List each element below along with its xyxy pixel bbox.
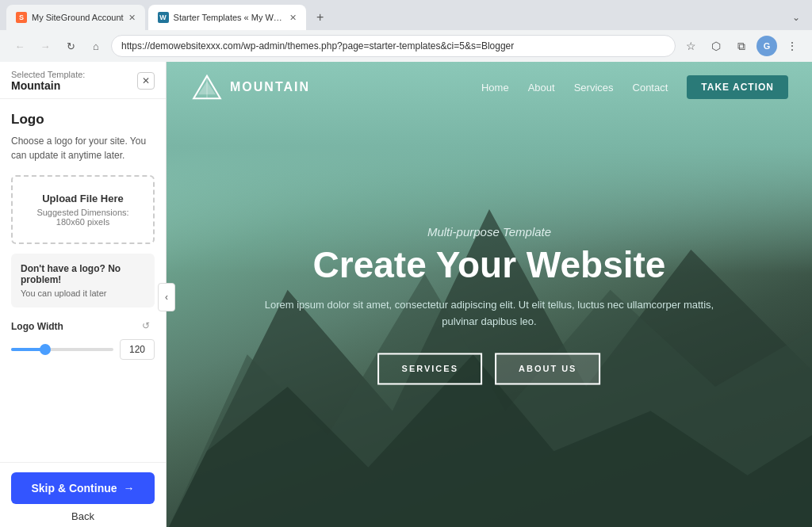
multiwindow-button[interactable]: ⧉ [731, 36, 752, 56]
upload-title: Upload File Here [25, 193, 140, 204]
template-label: Selected Template: [11, 70, 85, 79]
profile-initial: G [764, 41, 771, 51]
no-logo-box: Don't have a logo? No problem! You can u… [11, 254, 155, 307]
tab-overflow-button[interactable]: ⌄ [787, 8, 806, 27]
address-text: https://demowebsitexxx.com/wp-admin/them… [121, 40, 514, 52]
logo-width-reset-icon[interactable]: ↺ [142, 320, 155, 333]
template-info: Selected Template: Mountain [11, 70, 85, 92]
skip-continue-button[interactable]: Skip & Continue → [11, 472, 155, 504]
nav-link-contact[interactable]: Contact [633, 82, 668, 94]
skip-arrow-icon: → [124, 482, 135, 495]
site-logo-text: MOUNTAIN [230, 80, 310, 94]
site-nav: MOUNTAIN Home About Services Contact TAK… [167, 62, 812, 113]
logo-description: Choose a logo for your site. You can upd… [11, 134, 155, 162]
logo-width-section: Logo Width ↺ [11, 320, 155, 360]
profile-button[interactable]: G [756, 36, 777, 56]
share-button[interactable]: ⬡ [706, 36, 726, 56]
slider-fill [11, 348, 42, 351]
preview-area: MOUNTAIN Home About Services Contact TAK… [167, 62, 812, 527]
site-nav-links: Home About Services Contact TAKE ACTION [481, 75, 788, 99]
browser-window: S My SiteGround Account ✕ W Starter Temp… [0, 0, 812, 62]
skip-label: Skip & Continue [31, 482, 117, 495]
no-logo-sub: You can upload it later [21, 288, 145, 298]
slider-thumb[interactable] [40, 344, 51, 355]
tab-favicon-wordpress: W [158, 12, 169, 23]
tab-wordpress[interactable]: W Starter Templates « My Word… ✕ [148, 5, 306, 30]
tab-siteground[interactable]: S My SiteGround Account ✕ [6, 5, 145, 30]
back-button[interactable]: ← [10, 36, 30, 56]
sidebar-collapse-button[interactable]: ‹ [158, 283, 175, 311]
logo-width-header: Logo Width ↺ [11, 320, 155, 333]
logo-width-label: Logo Width [11, 321, 63, 332]
refresh-button[interactable]: ↻ [60, 36, 81, 56]
services-button[interactable]: SERVICES [378, 353, 482, 384]
about-us-button[interactable]: ABOUT US [495, 353, 600, 384]
nav-link-services[interactable]: Services [574, 82, 614, 94]
upload-hint: Suggested Dimensions: 180x60 pixels [25, 208, 140, 227]
address-bar[interactable]: https://demowebsitexxx.com/wp-admin/them… [111, 35, 676, 57]
hero-buttons: SERVICES ABOUT US [263, 353, 715, 384]
sidebar-panel: Selected Template: Mountain ✕ Logo Choos… [0, 62, 167, 527]
tab-close-siteground[interactable]: ✕ [128, 13, 136, 23]
site-logo-icon [190, 74, 224, 100]
bookmark-button[interactable]: ☆ [680, 36, 701, 56]
logo-width-slider-row [11, 339, 155, 360]
main-layout: Selected Template: Mountain ✕ Logo Choos… [0, 62, 812, 527]
nav-link-about[interactable]: About [528, 82, 555, 94]
site-hero: Multi-purpose Template Create Your Websi… [263, 225, 715, 384]
forward-button[interactable]: → [35, 36, 56, 56]
site-logo: MOUNTAIN [190, 74, 310, 100]
no-logo-title: Don't have a logo? No problem! [21, 263, 145, 285]
tab-label-wordpress: Starter Templates « My Word… [174, 13, 285, 22]
back-link[interactable]: Back [11, 510, 155, 522]
logo-section-title: Logo [11, 112, 155, 128]
template-name: Mountain [11, 79, 85, 92]
tab-favicon-siteground: S [16, 12, 27, 23]
preview-site: MOUNTAIN Home About Services Contact TAK… [167, 62, 812, 527]
sidebar-footer: Skip & Continue → Back [0, 462, 166, 527]
logo-width-slider-track[interactable] [11, 348, 113, 351]
nav-link-home[interactable]: Home [481, 82, 509, 94]
home-button[interactable]: ⌂ [86, 36, 106, 56]
menu-button[interactable]: ⋮ [782, 36, 802, 56]
new-tab-button[interactable]: + [309, 6, 331, 29]
nav-bar: ← → ↻ ⌂ https://demowebsitexxx.com/wp-ad… [0, 30, 812, 62]
hero-title: Create Your Website [263, 245, 715, 285]
tab-close-wordpress[interactable]: ✕ [289, 13, 297, 23]
upload-area[interactable]: Upload File Here Suggested Dimensions: 1… [11, 175, 155, 244]
hero-subtitle: Multi-purpose Template [263, 225, 715, 239]
tab-label-siteground: My SiteGround Account [32, 13, 124, 22]
nav-cta-button[interactable]: TAKE ACTION [687, 75, 788, 99]
logo-width-input[interactable] [120, 339, 155, 360]
tab-bar: S My SiteGround Account ✕ W Starter Temp… [0, 0, 812, 30]
hero-description: Lorem ipsum dolor sit amet, consectetur … [263, 298, 715, 331]
sidebar-close-button[interactable]: ✕ [137, 72, 155, 90]
sidebar-header: Selected Template: Mountain ✕ [0, 62, 166, 99]
sidebar-content: Logo Choose a logo for your site. You ca… [0, 99, 166, 462]
